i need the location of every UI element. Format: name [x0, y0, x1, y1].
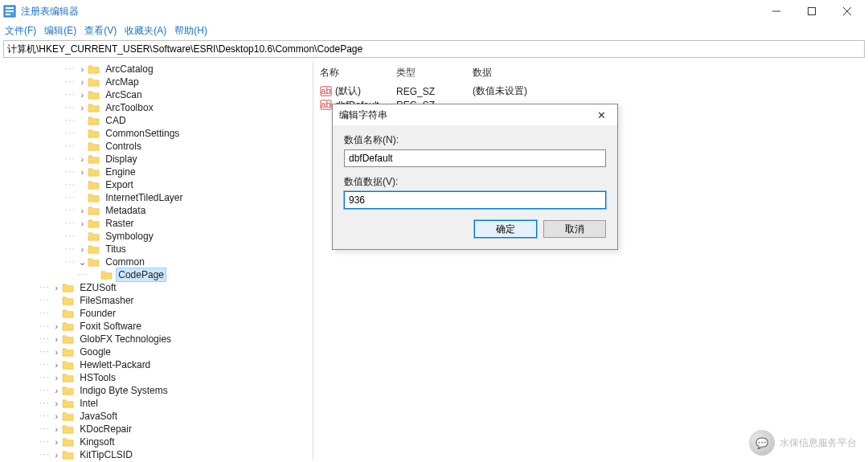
tree-item-label: Metadata: [104, 204, 147, 217]
expand-icon[interactable]: ›: [76, 243, 88, 256]
tree-item[interactable]: ···CAD: [0, 114, 313, 127]
tree-item[interactable]: ···Founder: [0, 307, 313, 320]
expand-icon[interactable]: ›: [51, 358, 62, 371]
tree-item[interactable]: ···Symbology: [0, 230, 313, 243]
tree-item[interactable]: ···›Foxit Software: [0, 320, 313, 333]
tree-item[interactable]: ···Export: [0, 178, 313, 191]
tree-item-label: ArcScan: [104, 88, 143, 101]
watermark-text: 水保信息服务平台: [780, 436, 857, 450]
tree-item[interactable]: ···›Raster: [0, 217, 313, 230]
expand-icon[interactable]: ›: [51, 320, 62, 333]
window-title: 注册表编辑器: [21, 5, 79, 18]
tree-item[interactable]: ···›ArcMap: [0, 76, 313, 88]
tree-item[interactable]: ···›Display: [0, 153, 313, 166]
tree-item[interactable]: ···›ArcToolbox: [0, 101, 313, 114]
expand-icon[interactable]: ›: [76, 101, 88, 114]
ok-button[interactable]: 确定: [474, 220, 537, 238]
tree-item[interactable]: ···⌄Common: [0, 256, 313, 268]
wechat-icon: 💬: [749, 430, 775, 456]
col-name[interactable]: 名称: [320, 66, 396, 80]
expand-icon[interactable]: ›: [51, 423, 62, 435]
tree-item[interactable]: ···›Engine: [0, 166, 313, 178]
tree-item-label: GlobFX Technologies: [78, 333, 173, 345]
expand-icon[interactable]: ›: [51, 448, 62, 460]
dialog-titlebar[interactable]: 编辑字符串 ✕: [333, 104, 617, 125]
menu-help[interactable]: 帮助(H): [174, 24, 207, 38]
tree-item[interactable]: ···›Google: [0, 345, 313, 358]
dialog-title: 编辑字符串: [339, 108, 387, 122]
dialog-close-button[interactable]: ✕: [592, 109, 611, 121]
tree-item-label: ArcToolbox: [104, 101, 154, 114]
tree-item-label: JavaSoft: [78, 410, 119, 423]
regedit-icon: [3, 5, 16, 18]
tree-item[interactable]: ···Controls: [0, 140, 313, 153]
tree-item[interactable]: ···›KitTipCLSID: [0, 448, 313, 460]
tree-item[interactable]: ···›Intel: [0, 397, 313, 410]
value-name: (默认): [335, 84, 361, 98]
tree-item[interactable]: ···›KDocRepair: [0, 423, 313, 435]
tree-item[interactable]: ···›EZUSoft: [0, 281, 313, 294]
expand-icon[interactable]: ›: [51, 397, 62, 410]
tree-item-label: Raster: [104, 217, 135, 230]
svg-rect-1: [6, 7, 14, 9]
expand-icon[interactable]: ⌄: [76, 256, 88, 268]
tree-item[interactable]: ···›Kingsoft: [0, 435, 313, 448]
tree-item[interactable]: ···›Hewlett-Packard: [0, 358, 313, 371]
expand-icon[interactable]: ›: [76, 88, 88, 101]
expand-icon[interactable]: ›: [76, 217, 88, 230]
maximize-button[interactable]: [794, 0, 829, 22]
tree-item[interactable]: ···CodePage: [0, 268, 313, 281]
expand-icon[interactable]: ›: [51, 371, 62, 384]
tree-item[interactable]: ···›Titus: [0, 243, 313, 256]
tree-item[interactable]: ···›GlobFX Technologies: [0, 333, 313, 345]
menu-favorites[interactable]: 收藏夹(A): [125, 24, 166, 38]
values-header: 名称 类型 数据: [320, 64, 862, 84]
tree-item[interactable]: ···›ArcCatalog: [0, 63, 313, 76]
close-button[interactable]: [829, 0, 865, 22]
expand-icon[interactable]: ›: [51, 384, 62, 397]
expand-icon[interactable]: ›: [76, 153, 88, 166]
menu-edit[interactable]: 编辑(E): [44, 24, 76, 38]
tree-pane[interactable]: ···›ArcCatalog···›ArcMap···›ArcScan···›A…: [0, 61, 313, 460]
expand-icon[interactable]: ›: [76, 166, 88, 178]
tree-item[interactable]: ···InternetTiledLayer: [0, 191, 313, 204]
tree-item-label: Engine: [104, 166, 137, 178]
tree-item-label: HSTools: [78, 371, 117, 384]
svg-rect-2: [6, 10, 14, 12]
expand-icon[interactable]: ›: [51, 333, 62, 345]
expand-icon[interactable]: ›: [51, 410, 62, 423]
expand-icon[interactable]: ›: [76, 204, 88, 217]
tree-item-label: FileSmasher: [78, 294, 135, 307]
value-type: REG_SZ: [396, 86, 473, 97]
menubar: 文件(F) 编辑(E) 查看(V) 收藏夹(A) 帮助(H): [0, 22, 868, 39]
tree-item-label: Export: [104, 178, 135, 191]
cancel-button[interactable]: 取消: [543, 220, 606, 238]
expand-icon[interactable]: ›: [76, 63, 88, 76]
tree-item[interactable]: ···FileSmasher: [0, 294, 313, 307]
tree-item[interactable]: ···›Metadata: [0, 204, 313, 217]
tree-item-label: Common: [104, 256, 146, 268]
tree-item-label: EZUSoft: [78, 281, 117, 294]
col-type[interactable]: 类型: [396, 66, 473, 80]
menu-file[interactable]: 文件(F): [5, 24, 36, 38]
tree-item[interactable]: ···›Indigo Byte Systems: [0, 384, 313, 397]
tree-item[interactable]: ···›ArcScan: [0, 88, 313, 101]
tree-item[interactable]: ···CommonSettings: [0, 127, 313, 140]
value-name-input[interactable]: [344, 149, 606, 167]
tree-item[interactable]: ···›HSTools: [0, 371, 313, 384]
col-data[interactable]: 数据: [473, 66, 862, 80]
tree-item-label: CAD: [104, 114, 127, 127]
expand-icon[interactable]: ›: [51, 435, 62, 448]
menu-view[interactable]: 查看(V): [84, 24, 117, 38]
tree-item[interactable]: ···›JavaSoft: [0, 410, 313, 423]
expand-icon[interactable]: ›: [51, 345, 62, 358]
expand-icon[interactable]: ›: [76, 76, 88, 88]
tree-item-label: Hewlett-Packard: [78, 358, 152, 371]
tree-item-label: Controls: [104, 140, 143, 153]
minimize-button[interactable]: [759, 0, 794, 22]
expand-icon[interactable]: ›: [51, 281, 62, 294]
address-bar[interactable]: 计算机\HKEY_CURRENT_USER\Software\ESRI\Desk…: [3, 40, 865, 58]
svg-rect-5: [809, 8, 816, 15]
value-data-input[interactable]: [344, 191, 606, 209]
value-row[interactable]: ab(默认)REG_SZ(数值未设置): [320, 84, 862, 98]
